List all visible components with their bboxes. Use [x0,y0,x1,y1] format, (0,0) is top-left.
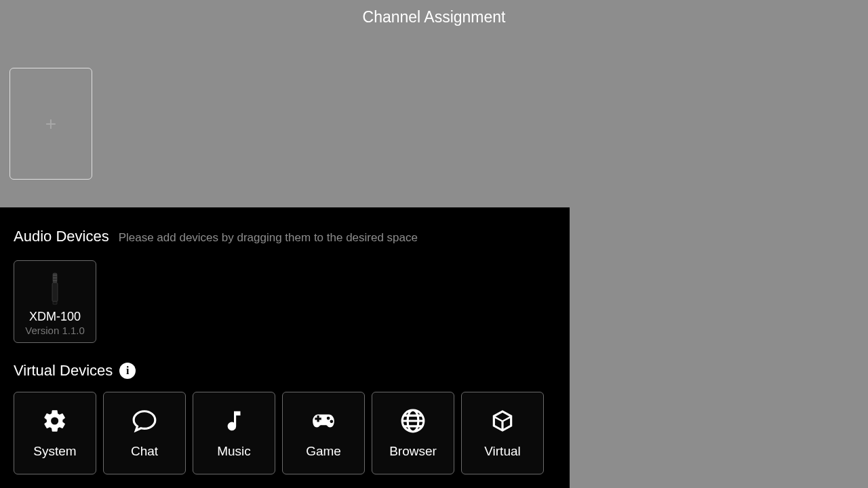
gear-icon [41,407,68,434]
svg-rect-5 [53,302,57,304]
device-version: Version 1.1.0 [25,325,85,337]
virtual-device-virtual[interactable]: Virtual [461,392,544,474]
page-title: Channel Assignment [149,8,719,26]
device-name: XDM-100 [29,310,81,325]
info-icon[interactable]: i [119,363,136,379]
audio-devices-heading: Audio Devices [14,228,109,245]
virtual-device-system[interactable]: System [14,392,96,474]
svg-rect-1 [53,274,57,276]
cube-icon [489,407,516,434]
virtual-device-game[interactable]: Game [282,392,365,474]
virtual-device-label: Browser [389,444,437,459]
globe-icon [399,407,427,434]
svg-rect-3 [53,280,57,281]
virtual-device-label: Music [217,444,251,459]
chat-icon [131,407,158,434]
add-device-slot[interactable]: + [9,68,92,180]
svg-rect-4 [52,283,58,302]
audio-devices-hint: Please add devices by dragging them to t… [119,231,418,245]
virtual-device-label: System [33,444,76,459]
music-icon [220,407,248,434]
svg-rect-2 [53,277,57,279]
audio-device-card[interactable]: XDM-100 Version 1.1.0 [14,260,96,343]
controller-icon [310,407,337,434]
virtual-device-browser[interactable]: Browser [372,392,454,474]
virtual-device-label: Virtual [484,444,521,459]
microphone-icon [49,268,61,310]
virtual-devices-heading: Virtual Devices [14,362,113,380]
device-palette-panel: Audio Devices Please add devices by drag… [0,207,570,488]
virtual-device-chat[interactable]: Chat [103,392,186,474]
virtual-device-music[interactable]: Music [193,392,275,474]
plus-icon: + [45,113,56,135]
virtual-device-label: Game [306,444,341,459]
virtual-device-label: Chat [131,444,158,459]
